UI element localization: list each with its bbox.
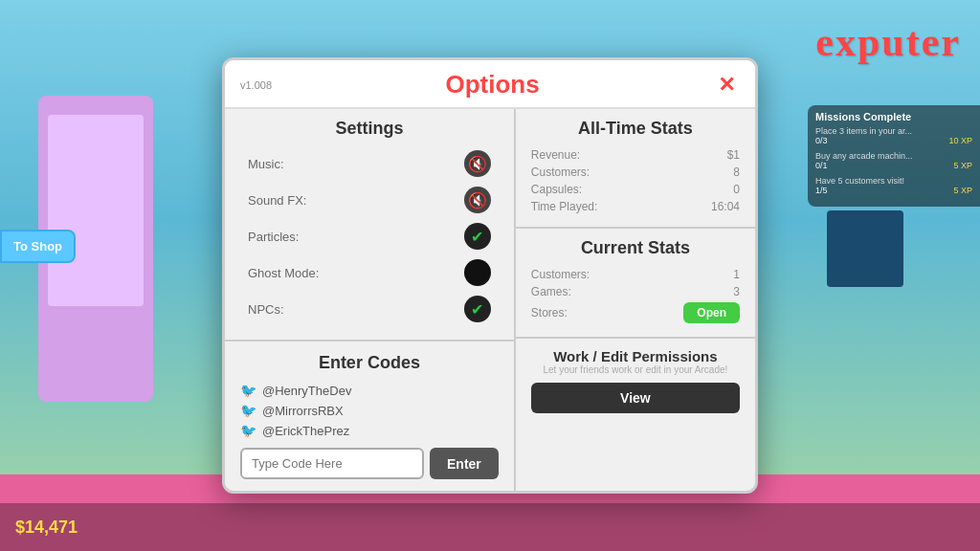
customers-value: 8 <box>733 165 740 179</box>
options-dialog: v1.008 Options ✕ Settings Music: 🔇 Sound… <box>222 57 758 494</box>
ghost-label: Ghost Mode: <box>248 266 319 280</box>
music-label: Music: <box>248 157 284 171</box>
sound-label: Sound FX: <box>248 193 306 208</box>
stat-capsules: Capsules: 0 <box>531 183 740 196</box>
permissions-section: Work / Edit Permissions Let your friends… <box>516 339 755 423</box>
stat-current-games: Games: 3 <box>531 285 740 298</box>
npcs-label: NPCs: <box>248 302 284 317</box>
customers-label: Customers: <box>531 165 590 179</box>
music-toggle[interactable]: 🔇 <box>464 150 491 177</box>
setting-sound: Sound FX: 🔇 <box>240 185 499 215</box>
time-played-label: Time Played: <box>531 200 598 213</box>
current-stats-title: Current Stats <box>531 238 740 258</box>
twitter-name-2: @MirrorrsRBX <box>262 404 344 418</box>
permissions-title: Work / Edit Permissions <box>531 348 740 364</box>
stat-time-played: Time Played: 16:04 <box>531 200 740 213</box>
settings-title: Settings <box>240 119 499 139</box>
current-stats-section: Current Stats Customers: 1 Games: 3 Stor… <box>516 229 755 339</box>
twitter-name-1: @HenryTheDev <box>262 384 351 398</box>
view-permissions-button[interactable]: View <box>531 383 740 413</box>
stat-current-customers: Customers: 1 <box>531 268 740 281</box>
stat-current-stores: Stores: Open <box>531 302 740 323</box>
settings-section: Settings Music: 🔇 Sound FX: 🔇 Particles:… <box>225 109 514 342</box>
twitter-1: 🐦 @HenryTheDev <box>240 383 499 398</box>
current-stores-label: Stores: <box>531 306 568 320</box>
modal-overlay: v1.008 Options ✕ Settings Music: 🔇 Sound… <box>0 0 980 551</box>
revenue-value: $1 <box>727 148 740 162</box>
setting-ghost: Ghost Mode: ⬤ <box>240 257 499 288</box>
twitter-3: 🐦 @ErickThePrez <box>240 423 499 438</box>
bottom-bar: $14,471 <box>0 503 980 551</box>
capsules-label: Capsules: <box>531 183 582 196</box>
right-panel: All-Time Stats Revenue: $1 Customers: 8 … <box>516 109 755 491</box>
stat-customers-alltime: Customers: 8 <box>531 165 740 179</box>
twitter-name-3: @ErickThePrez <box>262 424 349 438</box>
sound-toggle[interactable]: 🔇 <box>464 187 491 213</box>
setting-music: Music: 🔇 <box>240 148 499 179</box>
particles-toggle[interactable]: ✔ <box>464 223 491 250</box>
dialog-body: Settings Music: 🔇 Sound FX: 🔇 Particles:… <box>225 109 755 491</box>
current-customers-label: Customers: <box>531 268 590 281</box>
npcs-toggle[interactable]: ✔ <box>464 296 491 322</box>
left-panel: Settings Music: 🔇 Sound FX: 🔇 Particles:… <box>225 109 516 491</box>
current-games-value: 3 <box>733 285 740 298</box>
dialog-header: v1.008 Options ✕ <box>225 60 755 109</box>
enter-button[interactable]: Enter <box>430 448 499 479</box>
particles-label: Particles: <box>248 230 299 244</box>
all-time-stats-section: All-Time Stats Revenue: $1 Customers: 8 … <box>516 109 755 229</box>
close-button[interactable]: ✕ <box>713 72 740 99</box>
setting-npcs: NPCs: ✔ <box>240 294 499 324</box>
twitter-icon-1: 🐦 <box>240 383 256 398</box>
current-games-label: Games: <box>531 285 571 298</box>
dialog-title: Options <box>272 70 713 99</box>
codes-title: Enter Codes <box>240 353 499 373</box>
setting-particles: Particles: ✔ <box>240 221 499 252</box>
stat-revenue: Revenue: $1 <box>531 148 740 162</box>
capsules-value: 0 <box>733 183 740 196</box>
currency-display: $14,471 <box>15 518 78 538</box>
revenue-label: Revenue: <box>531 148 580 162</box>
twitter-icon-3: 🐦 <box>240 423 256 438</box>
permissions-subtitle: Let your friends work or edit in your Ar… <box>531 364 740 375</box>
code-input-row: Enter <box>240 448 499 479</box>
twitter-icon-2: 🐦 <box>240 403 256 418</box>
code-input[interactable] <box>240 448 424 479</box>
twitter-2: 🐦 @MirrorrsRBX <box>240 403 499 418</box>
codes-section: Enter Codes 🐦 @HenryTheDev 🐦 @MirrorrsRB… <box>225 342 514 491</box>
all-time-stats-title: All-Time Stats <box>531 119 740 139</box>
time-played-value: 16:04 <box>711 200 740 213</box>
ghost-toggle[interactable]: ⬤ <box>464 259 491 286</box>
current-customers-value: 1 <box>733 268 740 281</box>
version-label: v1.008 <box>240 79 272 91</box>
open-stores-button[interactable]: Open <box>683 302 740 323</box>
